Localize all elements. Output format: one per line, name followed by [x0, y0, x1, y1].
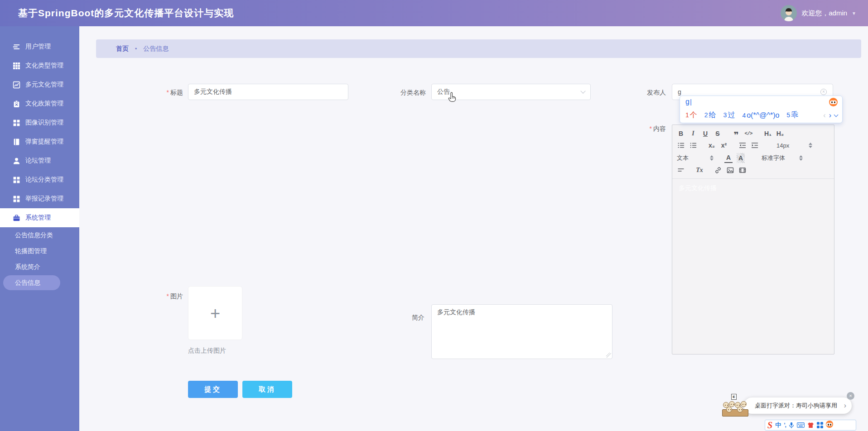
chevron-down-icon [580, 88, 585, 93]
image-upload-box[interactable]: + [188, 286, 242, 340]
sidebar-subitem-system-intro[interactable]: 系统简介 [0, 259, 79, 275]
ime-candidate-3[interactable]: 3过 [723, 110, 735, 120]
header: 基于SpringBoot的多元文化传播平台设计与实现 欢迎您，admin ▼ [0, 0, 868, 26]
underline-button[interactable]: U [701, 129, 709, 139]
clear-format-button[interactable]: Tx [695, 165, 704, 175]
sidebar-subitem-notice-info[interactable]: 公告信息 [0, 275, 79, 291]
ime-nav: ‹ › [823, 111, 838, 120]
code-block-button[interactable]: </> [744, 129, 752, 139]
heading2-button[interactable]: H₂ [776, 129, 784, 139]
outdent-icon[interactable] [738, 140, 747, 150]
editor-toolbar: B I U S ❞ </> H₁ H₂ x₂ x² [672, 125, 834, 179]
sidebar-item-culture-types[interactable]: 文化类型管理 [0, 56, 79, 75]
ime-popup: g | 1个 2给 3过 4o(*^@^*)o 5乖 ‹ [680, 96, 843, 123]
sidebar-subitem-carousel[interactable]: 轮播图管理 [0, 243, 79, 259]
ime-expand-icon[interactable] [834, 112, 839, 117]
sidebar-item-report-records[interactable]: 举报记录管理 [0, 189, 79, 208]
sidebar-item-label: 用户管理 [25, 43, 51, 51]
sidebar-subitem-notice-category[interactable]: 公告信息分类 [0, 227, 79, 243]
heading1-button[interactable]: H₁ [764, 129, 772, 139]
sogou-logo-icon[interactable]: S [767, 421, 772, 430]
sushi-dogs-sticker: E [721, 396, 750, 417]
bullet-list-icon[interactable] [689, 140, 697, 150]
user-icon [13, 157, 20, 165]
sticker-flag: E [731, 394, 737, 400]
sidebar-item-multiculture[interactable]: 多元文化管理 [0, 75, 79, 94]
grid-2x2-icon [13, 176, 20, 184]
text-type-select[interactable]: 文本 [677, 153, 689, 163]
content-label: *内容 [641, 125, 666, 133]
submenu-label: 轮播图管理 [15, 247, 47, 255]
sidebar-item-label: 弹窗提醒管理 [25, 138, 63, 146]
strikethrough-button[interactable]: S [714, 129, 722, 139]
bold-button[interactable]: B [677, 129, 685, 139]
chart-icon [13, 81, 20, 89]
toolbox-grid-icon[interactable] [817, 422, 823, 428]
sogou-emoji-icon[interactable] [826, 421, 833, 430]
sidebar-menu: 用户管理 文化类型管理 多元文化管理 文化政策管理 [0, 26, 79, 291]
text-color-button[interactable]: A [724, 153, 733, 163]
chinese-mode-icon[interactable]: 中 [775, 421, 781, 429]
blockquote-button[interactable]: ❞ [732, 130, 740, 140]
intro-textarea[interactable]: 多元文化传播 [431, 304, 612, 359]
font-updown-icon[interactable] [799, 155, 803, 161]
font-family-select[interactable]: 标准字体 [762, 153, 785, 163]
clear-icon[interactable]: × [820, 89, 827, 95]
sidebar-item-forum-category[interactable]: 论坛分类管理 [0, 170, 79, 189]
list-icon [13, 43, 20, 51]
notice-arrow-icon[interactable]: › [844, 402, 846, 410]
size-updown-icon[interactable] [809, 143, 812, 148]
ime-candidate-5[interactable]: 5乖 [786, 110, 798, 120]
superscript-button[interactable]: x² [720, 140, 728, 150]
ime-composition: g [685, 98, 690, 106]
ime-next-icon[interactable]: › [829, 111, 831, 120]
skin-icon[interactable] [807, 422, 814, 428]
sogou-robot-icon[interactable] [829, 98, 838, 108]
sidebar-item-label: 图像识别管理 [25, 119, 63, 127]
breadcrumb-home[interactable]: 首页 [116, 45, 129, 53]
editor-content-area[interactable]: 多元文化传播 [672, 179, 834, 360]
publisher-label: 发布人 [641, 89, 666, 97]
sidebar: 用户管理 文化类型管理 多元文化管理 文化政策管理 [0, 26, 79, 431]
submit-button[interactable]: 提交 [188, 381, 238, 398]
sidebar-item-forum[interactable]: 论坛管理 [0, 151, 79, 170]
cancel-button[interactable]: 取消 [242, 381, 292, 398]
ime-prev-icon[interactable]: ‹ [823, 111, 825, 120]
indent-icon[interactable] [751, 140, 759, 150]
italic-button[interactable]: I [689, 129, 697, 139]
sogou-notice[interactable]: 桌面打字派对：寿司小狗请享用 › [744, 397, 852, 414]
sidebar-item-label: 文化类型管理 [25, 62, 63, 70]
user-dropdown-icon[interactable]: ▼ [852, 11, 856, 16]
sidebar-item-image-recognition[interactable]: 图像识别管理 [0, 113, 79, 132]
submenu-label: 公告信息 [15, 279, 40, 287]
sidebar-item-popup-reminder[interactable]: 弹窗提醒管理 [0, 132, 79, 151]
align-icon[interactable] [677, 165, 685, 175]
highlight-color-button[interactable]: A [737, 153, 745, 163]
submenu-label: 公告信息分类 [15, 231, 53, 239]
punctuation-icon[interactable]: ’, [784, 422, 786, 428]
book-icon [13, 138, 20, 146]
upload-hint: 点击上传图片 [188, 347, 226, 355]
link-icon[interactable] [714, 165, 722, 175]
category-select[interactable]: 公告 [431, 84, 591, 100]
sogou-ime-toolbar: S 中 ’, [765, 420, 856, 431]
ordered-list-icon[interactable] [677, 140, 685, 150]
user-menu[interactable]: 欢迎您，admin ▼ [781, 5, 856, 21]
sidebar-item-system[interactable]: 系统管理 [0, 208, 79, 227]
sidebar-item-label: 文化政策管理 [25, 100, 63, 108]
video-icon[interactable] [738, 165, 747, 175]
microphone-icon[interactable] [789, 422, 794, 429]
image-icon[interactable] [726, 165, 734, 175]
keyboard-icon[interactable] [797, 422, 805, 428]
ime-candidate-2[interactable]: 2给 [704, 110, 716, 120]
category-value: 公告 [437, 88, 450, 96]
font-size-select[interactable]: 14px [776, 140, 789, 150]
text-type-updown-icon[interactable] [710, 155, 714, 161]
sidebar-item-culture-policy[interactable]: 文化政策管理 [0, 94, 79, 113]
notice-close-icon[interactable]: × [847, 392, 854, 400]
ime-candidate-1[interactable]: 1个 [685, 110, 697, 120]
title-input[interactable] [188, 84, 348, 100]
sidebar-item-users[interactable]: 用户管理 [0, 37, 79, 56]
subscript-button[interactable]: x₂ [708, 140, 716, 150]
ime-candidate-4[interactable]: 4o(*^@^*)o [742, 111, 779, 120]
